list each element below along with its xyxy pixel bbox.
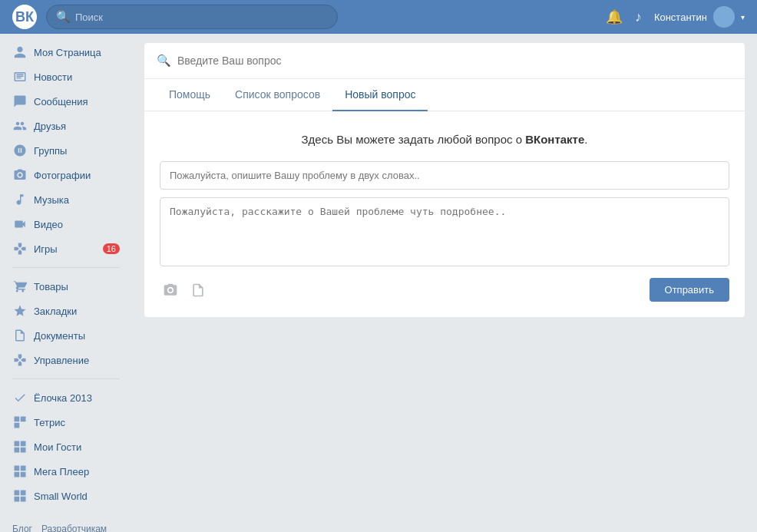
tab-help[interactable]: Помощь [157, 79, 223, 111]
svg-rect-10 [21, 472, 26, 477]
sidebar-divider-1 [12, 267, 120, 268]
attach-file-icon[interactable] [187, 279, 209, 301]
tab-new-question[interactable]: Новый вопрос [332, 79, 428, 111]
documents-icon [12, 328, 28, 343]
sidebar-item-groups[interactable]: Группы [0, 138, 132, 163]
svg-rect-6 [21, 448, 26, 453]
form-title-brand: ВКонтакте [525, 133, 584, 146]
sidebar-label-tetris: Тетрис [34, 417, 65, 428]
svg-rect-14 [21, 497, 26, 502]
notifications-icon[interactable]: 🔔 [606, 8, 623, 25]
tetris-icon [12, 415, 28, 430]
sidebar-label-games: Игры [34, 243, 58, 255]
sidebar-item-bookmarks[interactable]: Закладки [0, 299, 132, 323]
svg-rect-0 [15, 417, 20, 422]
tab-questions-list[interactable]: Список вопросов [223, 79, 332, 111]
person-icon [12, 45, 28, 60]
music-sidebar-icon [12, 192, 28, 207]
sidebar-item-my-page[interactable]: Моя Страница [0, 40, 132, 64]
content-box: 🔍 Помощь Список вопросов Новый вопрос Зд… [144, 43, 745, 317]
svg-rect-9 [15, 472, 20, 477]
sidebar-item-tetris[interactable]: Тетрис [0, 410, 132, 435]
sidebar-label-friends: Друзья [34, 121, 66, 132]
goods-icon [12, 279, 28, 294]
sidebar-label-video: Видео [34, 219, 63, 230]
form-title-text: Здесь Вы можете задать любой вопрос о [302, 133, 526, 146]
sidebar-item-messages[interactable]: Сообщения [0, 89, 132, 114]
user-menu[interactable]: Константин ▾ [654, 6, 745, 28]
sidebar-item-management[interactable]: Управление [0, 348, 132, 372]
sidebar-item-video[interactable]: Видео [0, 212, 132, 236]
attach-photo-icon[interactable] [160, 279, 181, 301]
sidebar-label-groups: Группы [34, 145, 67, 157]
sidebar-item-my-guests[interactable]: Мои Гости [0, 435, 132, 459]
layout: Моя Страница Новости Сообщения Друзья Гр [0, 0, 757, 532]
long-description-input[interactable] [160, 197, 729, 266]
photos-icon [12, 167, 28, 183]
sidebar-item-mega-player[interactable]: Мега Плеер [0, 459, 132, 484]
avatar [713, 6, 735, 28]
footer-developers-link[interactable]: Разработчикам [41, 524, 107, 532]
sidebar-item-photos[interactable]: Фотографии [0, 163, 132, 187]
tabs: Помощь Список вопросов Новый вопрос [144, 79, 745, 111]
vk-logo[interactable]: ВК [12, 5, 37, 29]
sidebar-item-small-world[interactable]: Small World [0, 484, 132, 508]
svg-rect-1 [21, 417, 26, 422]
sidebar-label-messages: Сообщения [34, 96, 88, 107]
games-icon [12, 241, 28, 256]
sidebar-item-yolochka[interactable]: Ёлочка 2013 [0, 385, 132, 410]
sidebar-label-management: Управление [34, 355, 89, 366]
question-search-input[interactable] [177, 55, 732, 67]
svg-rect-5 [15, 448, 20, 453]
sidebar-label-my-guests: Мои Гости [34, 441, 81, 453]
sidebar-label-music: Музыка [34, 194, 69, 206]
svg-rect-2 [15, 423, 20, 428]
sidebar-label-news: Новости [34, 71, 72, 83]
global-search-input[interactable] [75, 12, 328, 23]
global-search[interactable]: 🔍 [46, 5, 338, 29]
sidebar-label-goods: Товары [34, 281, 68, 292]
svg-rect-11 [15, 491, 20, 496]
messages-icon [12, 94, 28, 109]
new-question-form: Здесь Вы можете задать любой вопрос о ВК… [144, 111, 745, 317]
friends-icon [12, 118, 28, 134]
svg-rect-8 [21, 466, 26, 471]
form-title-end: . [584, 133, 587, 146]
form-title: Здесь Вы можете задать любой вопрос о ВК… [160, 133, 729, 146]
short-description-input[interactable] [160, 161, 729, 190]
groups-icon [12, 143, 28, 158]
sidebar-item-documents[interactable]: Документы [0, 323, 132, 348]
my-guests-icon [12, 439, 28, 454]
sidebar: Моя Страница Новости Сообщения Друзья Гр [0, 34, 132, 532]
search-icon: 🔍 [56, 10, 71, 24]
header-icons: 🔔 ♪ Константин ▾ [606, 6, 745, 28]
mega-player-icon [12, 464, 28, 479]
sidebar-label-documents: Документы [34, 330, 85, 342]
svg-rect-7 [15, 466, 20, 471]
sidebar-divider-2 [12, 378, 120, 379]
header: ВК 🔍 🔔 ♪ Константин ▾ [0, 0, 757, 34]
music-icon[interactable]: ♪ [635, 9, 642, 25]
bookmarks-icon [12, 303, 28, 319]
sidebar-item-news[interactable]: Новости [0, 64, 132, 89]
sidebar-label-yolochka: Ёлочка 2013 [34, 392, 92, 404]
news-icon [12, 69, 28, 84]
submit-button[interactable]: Отправить [650, 278, 729, 302]
sidebar-item-games[interactable]: Игры 16 [0, 236, 132, 261]
sidebar-item-goods[interactable]: Товары [0, 274, 132, 299]
sidebar-item-music[interactable]: Музыка [0, 187, 132, 212]
footer-blog-link[interactable]: Блог [12, 524, 32, 532]
form-footer: Отправить [160, 278, 729, 302]
attach-icons [160, 279, 209, 301]
yolochka-icon [12, 390, 28, 405]
sidebar-item-friends[interactable]: Друзья [0, 114, 132, 138]
svg-rect-4 [21, 441, 26, 447]
management-icon [12, 352, 28, 368]
question-search-bar: 🔍 [144, 43, 745, 79]
sidebar-label-photos: Фотографии [34, 170, 91, 181]
sidebar-label-mega-player: Мега Плеер [34, 466, 89, 477]
video-icon [12, 216, 28, 232]
svg-rect-13 [15, 497, 20, 502]
svg-rect-3 [15, 441, 20, 447]
sidebar-label-bookmarks: Закладки [34, 306, 77, 317]
